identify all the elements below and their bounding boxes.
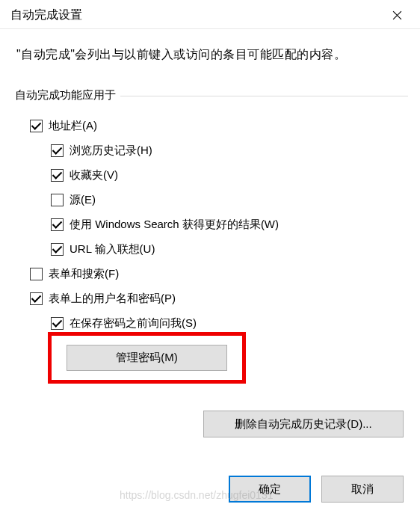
checkbox-windows-search[interactable] [51, 218, 64, 231]
label-address-bar: 地址栏(A) [49, 119, 97, 133]
close-icon [392, 10, 402, 20]
checkbox-row-ask-before-save: 在保存密码之前询问我(S) [51, 316, 401, 331]
autocomplete-applies-group: 自动完成功能应用于 地址栏(A) 浏览历史记录(H) 收藏夹(V) 源(E) 使… [15, 88, 408, 391]
highlight-manage-passwords: 管理密码(M) [48, 332, 246, 384]
checkbox-row-browsing-history: 浏览历史记录(H) [51, 144, 401, 158]
label-favorites: 收藏夹(V) [70, 168, 118, 182]
ok-button[interactable]: 确定 [229, 476, 311, 503]
checkbox-row-favorites: 收藏夹(V) [51, 168, 401, 182]
checkbox-row-forms-passwords: 表单上的用户名和密码(P) [30, 292, 401, 306]
checkbox-address-bar[interactable] [30, 120, 43, 132]
label-feeds: 源(E) [70, 193, 96, 207]
window-title: 自动完成设置 [10, 7, 82, 23]
label-browsing-history: 浏览历史记录(H) [70, 144, 152, 158]
group-label: 自动完成功能应用于 [15, 88, 120, 102]
dialog-description: "自动完成"会列出与以前键入或访问的条目可能匹配的内容。 [0, 29, 420, 70]
delete-history-row: 删除自动完成历史记录(D)... [0, 411, 420, 437]
cancel-button[interactable]: 取消 [321, 476, 404, 503]
manage-passwords-button[interactable]: 管理密码(M) [67, 345, 227, 371]
checkbox-row-address-bar: 地址栏(A) [30, 119, 401, 133]
close-button[interactable] [381, 4, 413, 25]
checkbox-forms-searches[interactable] [30, 268, 43, 280]
title-bar: 自动完成设置 [0, 0, 420, 29]
checkbox-url-suggestions[interactable] [51, 243, 64, 256]
label-url-suggestions: URL 输入联想(U) [70, 242, 155, 256]
label-forms-searches: 表单和搜索(F) [49, 267, 119, 281]
label-ask-before-save: 在保存密码之前询问我(S) [70, 316, 197, 331]
label-windows-search: 使用 Windows Search 获得更好的结果(W) [70, 218, 279, 232]
checkbox-feeds[interactable] [51, 194, 64, 206]
group-body: 地址栏(A) 浏览历史记录(H) 收藏夹(V) 源(E) 使用 Windows … [15, 102, 408, 391]
dialog-action-buttons: 确定 取消 [229, 476, 404, 503]
checkbox-row-forms-searches: 表单和搜索(F) [30, 267, 401, 281]
checkbox-row-feeds: 源(E) [51, 193, 401, 207]
delete-history-button[interactable]: 删除自动完成历史记录(D)... [203, 411, 404, 437]
label-forms-passwords: 表单上的用户名和密码(P) [49, 292, 176, 306]
checkbox-forms-passwords[interactable] [30, 292, 43, 305]
checkbox-row-windows-search: 使用 Windows Search 获得更好的结果(W) [51, 218, 401, 232]
checkbox-ask-before-save[interactable] [51, 317, 64, 330]
checkbox-row-url-suggestions: URL 输入联想(U) [51, 242, 401, 256]
checkbox-browsing-history[interactable] [51, 144, 64, 157]
checkbox-favorites[interactable] [51, 169, 64, 182]
